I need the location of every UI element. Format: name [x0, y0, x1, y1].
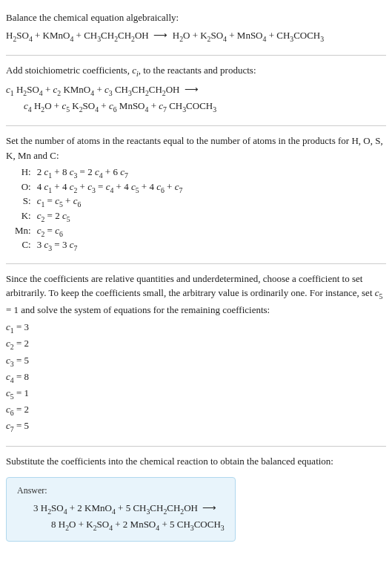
atom-label: Mn:	[12, 224, 34, 239]
coef-item: c3 = 5	[6, 353, 386, 369]
answer-line1: 3 H2SO4 + 2 KMnO4 + 5 CH3CH2CH2OH ⟶	[33, 501, 225, 517]
ci-symbol: ci	[132, 65, 139, 76]
coef-item: c4 = 8	[6, 369, 386, 386]
stoich-text-b: , to the reactants and products:	[139, 65, 256, 76]
atom-eq: c1 = c5 + c6	[34, 194, 186, 209]
atom-label: K:	[12, 209, 34, 224]
atom-eq: c2 = c6	[34, 224, 186, 239]
substitute-section: Substitute the coefficients into the che…	[6, 450, 386, 547]
divider	[6, 263, 386, 264]
answer-line2: 8 H2O + K2SO4 + 2 MnSO4 + 5 CH3COCH3	[51, 517, 225, 533]
coef-list: c1 = 3 c2 = 2 c3 = 5 c4 = 8 c5 = 1 c6 = …	[6, 320, 386, 436]
solve-section: Since the coefficients are relative quan…	[6, 267, 386, 443]
atom-eq: 4 c1 + 4 c2 + c3 = c4 + 4 c5 + 4 c6 + c7	[34, 180, 186, 195]
stoich-text-a: Add stoichiometric coefficients,	[6, 65, 132, 76]
answer-formula: 3 H2SO4 + 2 KMnO4 + 5 CH3CH2CH2OH ⟶ 8 H2…	[33, 501, 225, 533]
divider	[6, 446, 386, 447]
intro-text: Balance the chemical equation algebraica…	[6, 10, 386, 25]
stoich-eq-line1: c1 H2SO4 + c2 KMnO4 + c3 CH3CH2CH2OH ⟶	[6, 82, 386, 99]
stoich-text: Add stoichiometric coefficients, ci, to …	[6, 63, 386, 79]
table-row: C: 3 c3 = 3 c7	[12, 238, 185, 253]
table-row: Mn: c2 = c6	[12, 224, 185, 239]
intro-equation: H2SO4 + KMnO4 + CH3CH2CH2OH ⟶ H2O + K2SO…	[6, 28, 386, 45]
atom-label: C:	[12, 238, 34, 253]
stoich-equation: c1 H2SO4 + c2 KMnO4 + c3 CH3CH2CH2OH ⟶ c…	[6, 82, 386, 115]
coef-item: c5 = 1	[6, 386, 386, 402]
eq-left: H2SO4 + KMnO4 + CH3CH2CH2OH ⟶ H2O + K2SO…	[6, 30, 324, 41]
atoms-section: Set the number of atoms in the reactants…	[6, 129, 386, 260]
atom-label: H:	[12, 165, 34, 180]
coef-item: c1 = 3	[6, 320, 386, 336]
atom-label: S:	[12, 194, 34, 209]
table-row: H: 2 c1 + 8 c3 = 2 c4 + 6 c7	[12, 165, 185, 180]
table-row: O: 4 c1 + 4 c2 + c3 = c4 + 4 c5 + 4 c6 +…	[12, 180, 185, 195]
table-row: K: c2 = 2 c5	[12, 209, 185, 224]
answer-label: Answer:	[17, 485, 225, 496]
atom-eq: 2 c1 + 8 c3 = 2 c4 + 6 c7	[34, 165, 186, 180]
stoich-section: Add stoichiometric coefficients, ci, to …	[6, 59, 386, 123]
atoms-intro: Set the number of atoms in the reactants…	[6, 134, 386, 162]
atom-eq: c2 = 2 c5	[34, 209, 186, 224]
coef-item: c7 = 5	[6, 418, 386, 435]
coef-item: c2 = 2	[6, 336, 386, 352]
answer-box: Answer: 3 H2SO4 + 2 KMnO4 + 5 CH3CH2CH2O…	[6, 477, 236, 542]
table-row: S: c1 = c5 + c6	[12, 194, 185, 209]
intro-section: Balance the chemical equation algebraica…	[6, 6, 386, 52]
stoich-eq-line2: c4 H2O + c5 K2SO4 + c6 MnSO4 + c7 CH3COC…	[24, 99, 386, 115]
atoms-table: H: 2 c1 + 8 c3 = 2 c4 + 6 c7 O: 4 c1 + 4…	[12, 165, 185, 253]
divider	[6, 125, 386, 126]
divider	[6, 55, 386, 56]
subst-intro: Substitute the coefficients into the che…	[6, 454, 386, 469]
solve-intro: Since the coefficients are relative quan…	[6, 272, 386, 317]
coef-item: c6 = 2	[6, 402, 386, 418]
atom-label: O:	[12, 180, 34, 195]
atom-eq: 3 c3 = 3 c7	[34, 238, 186, 253]
